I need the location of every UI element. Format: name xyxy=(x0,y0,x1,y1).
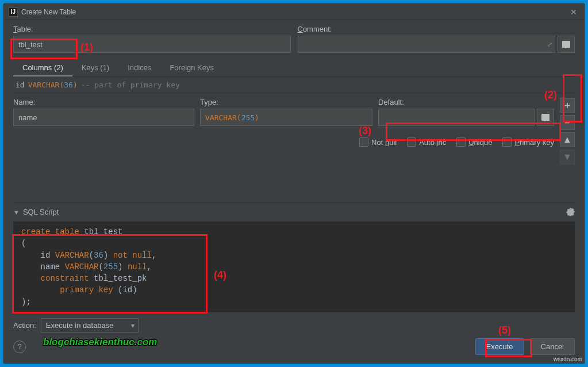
column-type-input[interactable]: VARCHAR(255) xyxy=(200,109,372,126)
action-row: Action: Execute in database xyxy=(13,318,575,332)
checkbox-icon xyxy=(359,137,368,147)
checkbox-auto-inc[interactable]: Auto inc xyxy=(407,137,446,147)
name-label: Name: xyxy=(13,98,194,106)
tab-columns[interactable]: Columns (2) xyxy=(13,60,72,77)
chevron-down-icon: ▼ xyxy=(13,209,20,216)
add-column-button[interactable]: ＋ xyxy=(560,98,575,113)
tab-foreign-keys[interactable]: Foreign Keys xyxy=(160,60,223,77)
checkbox-row: Not null Auto inc Unique Primary key xyxy=(13,137,554,147)
top-fields: Table: Comment: ⤢ xyxy=(13,25,575,53)
cancel-button[interactable]: Cancel xyxy=(530,338,575,355)
checkbox-not-null[interactable]: Not null xyxy=(359,137,397,147)
remove-column-button[interactable]: － xyxy=(560,115,575,130)
column-name-input[interactable] xyxy=(13,109,194,126)
chat-icon xyxy=(541,114,549,121)
column-side-buttons: ＋ － ▲ ▼ xyxy=(560,98,575,198)
sql-script-header[interactable]: ▼ SQL Script xyxy=(13,207,575,218)
checkbox-primary-key[interactable]: Primary key xyxy=(502,137,554,147)
column-default-input[interactable] xyxy=(378,109,535,126)
execute-button[interactable]: Execute xyxy=(475,338,524,355)
titlebar: IJ Create New Table ✕ xyxy=(4,4,584,20)
column-list-item[interactable]: id VARCHAR(36) -- part of primary key xyxy=(13,77,575,93)
content-area: Table: Comment: ⤢ Columns (2) Keys (1) I… xyxy=(4,20,584,332)
default-label: Default: xyxy=(378,98,554,106)
column-editor: Name: Type: VARCHAR(255) Default: xyxy=(13,98,575,198)
action-dropdown[interactable]: Execute in database xyxy=(41,318,139,332)
table-label: Table: xyxy=(13,25,291,33)
comment-input[interactable]: ⤢ xyxy=(298,36,556,53)
action-label: Action: xyxy=(13,321,36,330)
tab-indices[interactable]: Indices xyxy=(118,60,160,77)
comment-detail-button[interactable] xyxy=(558,36,575,53)
type-label: Type: xyxy=(200,98,372,106)
dialog-window: IJ Create New Table ✕ Table: Comment: ⤢ xyxy=(3,3,585,364)
col-row-name: id xyxy=(16,81,25,89)
table-name-input[interactable] xyxy=(13,36,291,53)
comment-label: Comment: xyxy=(298,25,575,33)
checkbox-icon xyxy=(407,137,416,147)
help-button[interactable]: ? xyxy=(13,341,26,353)
move-up-button[interactable]: ▲ xyxy=(560,132,575,147)
sql-code[interactable]: create table tbl_test ( id VARCHAR(36) n… xyxy=(13,221,575,312)
col-row-type: VARCHAR( xyxy=(28,81,64,89)
close-icon[interactable]: ✕ xyxy=(568,7,579,17)
checkbox-icon xyxy=(456,137,466,147)
window-title: Create New Table xyxy=(21,8,568,16)
col-row-type-num: 36 xyxy=(64,81,73,89)
checkbox-icon xyxy=(502,137,512,147)
col-row-comment: -- part of primary key xyxy=(81,81,180,89)
move-down-button[interactable]: ▼ xyxy=(560,150,575,165)
sql-script-title: SQL Script xyxy=(23,208,562,216)
checkbox-unique[interactable]: Unique xyxy=(456,137,492,147)
default-detail-button[interactable] xyxy=(537,109,554,126)
chat-icon xyxy=(562,41,570,48)
tabbar: Columns (2) Keys (1) Indices Foreign Key… xyxy=(13,60,575,77)
expand-icon[interactable]: ⤢ xyxy=(547,41,552,48)
sql-section: ▼ SQL Script create table tbl_test ( id … xyxy=(13,202,575,312)
app-icon: IJ xyxy=(9,7,18,17)
gear-icon[interactable] xyxy=(566,208,575,217)
tab-keys[interactable]: Keys (1) xyxy=(72,60,118,77)
bottom-button-row: ? Execute Cancel xyxy=(4,332,584,363)
